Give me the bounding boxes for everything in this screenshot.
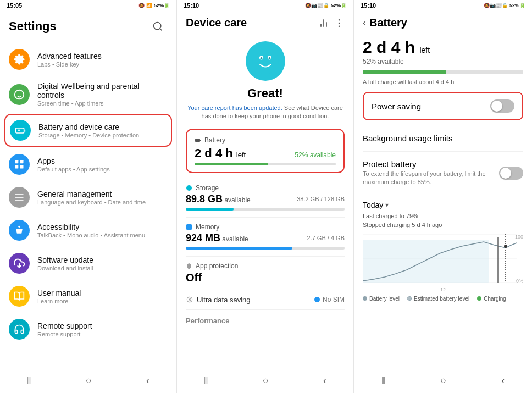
chart-icon[interactable]	[318, 18, 329, 29]
battery-card-icon	[195, 137, 201, 143]
protect-battery-label: Protect battery	[363, 159, 492, 169]
ultra-data-value-area: No SIM	[314, 296, 345, 303]
storage-icon	[186, 185, 192, 191]
legend-estimated: Estimated battery level	[407, 296, 469, 302]
background-limits-option[interactable]: Background usage limits	[363, 126, 523, 152]
svg-rect-6	[20, 160, 24, 164]
nav-back-1[interactable]: ‹	[140, 373, 156, 389]
last-charged: Last charged to 79%	[363, 212, 523, 221]
svg-rect-28	[186, 224, 192, 230]
svg-point-18	[339, 22, 340, 24]
svg-rect-26	[200, 140, 201, 141]
svg-point-0	[154, 23, 161, 30]
svg-point-36	[504, 245, 507, 248]
wifi-icon: 📶	[146, 3, 152, 8]
settings-item-battery[interactable]: Battery and device care Storage • Memory…	[4, 114, 172, 147]
legend-dot-estimated	[407, 296, 412, 301]
status-bar-1: 15:05 🔕 📶 52%🔋	[0, 0, 176, 11]
power-saving-toggle[interactable]	[490, 99, 514, 113]
protect-battery-text: Protect battery To extend the lifespan o…	[363, 159, 499, 187]
accessibility-text: Accessibility TalkBack • Mono audio • As…	[37, 223, 145, 239]
nav-home-3[interactable]: ○	[434, 373, 453, 389]
status-icons-2: 🔕📷📰🔒 52%🔋	[305, 3, 347, 8]
nav-recents-2[interactable]: ⦀	[197, 373, 215, 389]
care-report-link[interactable]: Your care report has been updated.	[187, 104, 282, 111]
settings-item-digital[interactable]: Digital Wellbeing and parental controls …	[0, 76, 176, 113]
ultra-data-row[interactable]: Ultra data saving No SIM	[186, 290, 345, 310]
svg-rect-34	[497, 237, 499, 283]
settings-item-remote[interactable]: Remote support Remote support	[0, 313, 176, 346]
battery-big-num: 2 d 4 h	[363, 38, 415, 56]
remote-icon	[9, 319, 30, 340]
battery-detail-content: 2 d 4 h left 52% available A full charge…	[354, 36, 532, 369]
battery-device-text: Battery and device care Storage • Memory…	[38, 123, 139, 139]
svg-point-27	[186, 185, 192, 191]
battery-device-title: Battery and device care	[38, 123, 139, 131]
settings-item-advanced[interactable]: Advanced features Labs • Side key	[0, 43, 176, 76]
settings-item-accessibility[interactable]: Accessibility TalkBack • Mono audio • As…	[0, 214, 176, 247]
app-protection-label: App protection	[196, 262, 238, 270]
nav-recents-1[interactable]: ⦀	[20, 373, 38, 389]
nav-home-1[interactable]: ○	[79, 373, 98, 389]
protect-battery-row[interactable]: Protect battery To extend the lifespan o…	[363, 152, 523, 195]
device-care-title: Device care	[186, 16, 247, 29]
time-1: 15:05	[7, 2, 22, 9]
settings-item-manual[interactable]: User manual Learn more	[0, 280, 176, 313]
svg-rect-7	[15, 165, 19, 169]
advanced-subtitle: Labs • Side key	[37, 61, 102, 68]
battery-charge-info: A full charge will last about 4 d 4 h	[363, 79, 523, 85]
nav-home-2[interactable]: ○	[256, 373, 275, 389]
advanced-icon	[9, 49, 30, 70]
settings-item-apps[interactable]: Apps Default apps • App settings	[0, 148, 176, 181]
battery-chart-svg	[363, 234, 523, 284]
battery-card-header: Battery	[195, 136, 336, 144]
chart-axis-right: 100 0%	[515, 234, 523, 284]
status-icons-3: 🔕📷📰🔒 52%🔋	[484, 3, 525, 8]
svg-rect-25	[195, 139, 200, 142]
battery-main-value: 2 d 4 h left	[195, 146, 246, 160]
app-protection-row[interactable]: App protection Off	[186, 257, 345, 290]
status-bar-2: 15:10 🔕📷📰🔒 52%🔋	[177, 0, 353, 11]
legend-dot-battery	[363, 296, 367, 301]
nav-back-2[interactable]: ‹	[317, 373, 333, 389]
stopped-charging: Stopped charging 5 d 4 h ago	[363, 220, 523, 230]
battery-device-subtitle: Storage • Memory • Device protection	[38, 132, 139, 139]
nav-bar-2: ⦀ ○ ‹	[177, 369, 353, 393]
protect-battery-toggle[interactable]	[499, 167, 523, 180]
memory-used: 2.7 GB / 4 GB	[307, 235, 345, 241]
battery-value-suffix: left	[236, 151, 246, 159]
memory-row[interactable]: Memory 924 MB available 2.7 GB / 4 GB	[186, 218, 345, 257]
battery-icon: 52%🔋	[154, 3, 170, 8]
battery-side-value: 52% available	[295, 151, 336, 159]
storage-row[interactable]: Storage 89.8 GB available 38.2 GB / 128 …	[186, 179, 345, 218]
settings-item-general[interactable]: General management Language and keyboard…	[0, 181, 176, 214]
power-saving-row[interactable]: Power saving	[363, 92, 523, 120]
svg-rect-33	[363, 240, 489, 283]
software-title: Software update	[37, 256, 93, 264]
battery-card[interactable]: Battery 2 d 4 h left 52% available	[186, 129, 345, 173]
general-subtitle: Language and keyboard • Date and time	[37, 199, 146, 206]
performance-section: Performance	[186, 310, 345, 325]
nav-bar-3: ⦀ ○ ‹	[354, 369, 532, 393]
settings-item-software[interactable]: Software update Download and install	[0, 247, 176, 280]
ultra-data-label: Ultra data saving	[197, 296, 251, 304]
chart-label-mid: 12	[440, 287, 446, 292]
battery-card-label: Battery	[204, 136, 225, 144]
nav-recents-3[interactable]: ⦀	[375, 373, 392, 389]
protection-icon	[186, 263, 192, 269]
settings-list: Advanced features Labs • Side key Digita…	[0, 43, 176, 369]
svg-rect-8	[20, 165, 24, 169]
today-row[interactable]: Today ▾	[363, 195, 523, 212]
general-icon	[9, 187, 30, 208]
care-content: Great! Your care report has been updated…	[177, 36, 353, 369]
search-button[interactable]	[148, 16, 168, 36]
time-3: 15:10	[361, 2, 376, 9]
svg-point-23	[260, 57, 262, 59]
battery-progress-fill	[363, 70, 446, 74]
battery-card-body: 2 d 4 h left 52% available	[195, 146, 336, 160]
back-button[interactable]: ‹	[363, 17, 366, 29]
more-icon[interactable]	[334, 18, 345, 29]
nav-back-3[interactable]: ‹	[495, 373, 511, 389]
battery-big-display: 2 d 4 h left	[363, 38, 523, 57]
advanced-title: Advanced features	[37, 52, 102, 60]
